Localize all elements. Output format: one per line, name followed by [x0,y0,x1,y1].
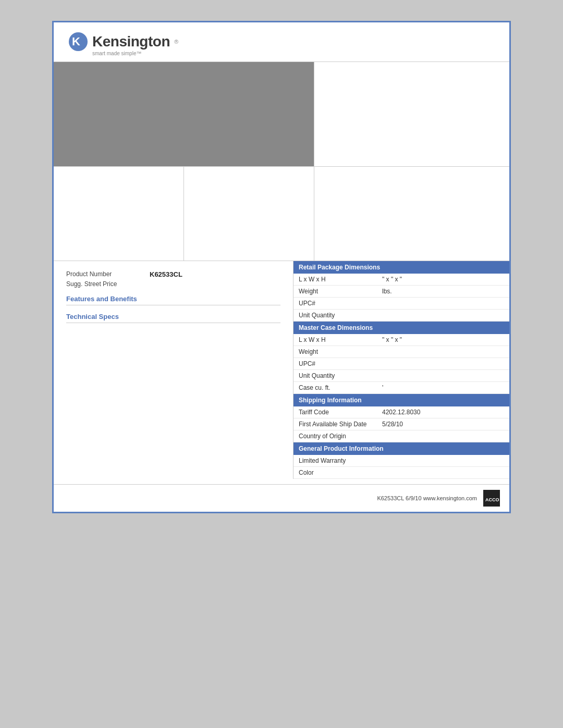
sub-image-middle [184,167,314,261]
master-cuft-label: Case cu. ft. [299,384,382,391]
retail-lxwxh-row: L x W x H " x " x " [293,274,509,286]
image-section [54,62,509,167]
product-number-label: Product Number [66,270,150,278]
kensington-icon: K [68,32,88,52]
logo-name: Kensington [92,33,170,50]
main-content: Product Number K62533CL Sugg. Street Pri… [54,261,509,479]
tariff-row: Tariff Code 4202.12.8030 [293,406,509,418]
retail-unit-qty-label: Unit Quantity [299,312,382,319]
master-weight-label: Weight [299,348,382,355]
master-cuft-value: ' [382,384,383,391]
retail-unit-qty-row: Unit Quantity [293,310,509,322]
tariff-label: Tariff Code [299,409,382,416]
svg-text:ACCO: ACCO [485,497,499,502]
retail-weight-row: Weight lbs. [293,286,509,298]
header: K Kensington ® smart made simple™ [54,22,509,62]
coo-label: Country of Origin [299,433,382,440]
warranty-label: Limited Warranty [299,457,382,464]
svg-text:K: K [72,35,80,48]
sub-image-left [54,167,184,261]
master-cuft-row: Case cu. ft. ' [293,382,509,394]
page-container: K Kensington ® smart made simple™ Produc… [52,21,511,513]
technical-specs-heading: Technical Specs [66,313,280,323]
product-number-row: Product Number K62533CL [66,270,280,278]
warranty-row: Limited Warranty [293,455,509,467]
master-lxwxh-label: L x W x H [299,336,382,343]
master-case-heading: Master Case Dimensions [293,322,509,334]
retail-weight-value: lbs. [382,288,392,295]
coo-row: Country of Origin [293,430,509,442]
logo-tagline: smart made simple™ [92,51,495,56]
retail-lxwxh-value: " x " x " [382,276,402,283]
master-unit-qty-label: Unit Quantity [299,372,382,379]
sub-image-section [54,167,509,261]
sugg-price-row: Sugg. Street Price [66,280,280,288]
master-unit-qty-row: Unit Quantity [293,370,509,382]
fasd-value: 5/28/10 [382,421,403,428]
right-panel: Retail Package Dimensions L x W x H " x … [293,261,509,479]
master-upc-label: UPC# [299,360,382,367]
shipping-heading: Shipping Information [293,394,509,406]
master-lxwxh-row: L x W x H " x " x " [293,334,509,346]
color-row: Color [293,467,509,479]
logo-text: K Kensington ® [68,32,495,52]
retail-upc-row: UPC# [293,298,509,310]
footer-text: K62533CL 6/9/10 www.kensington.com [377,495,477,501]
sugg-price-label: Sugg. Street Price [66,280,150,288]
main-product-image [54,62,314,166]
retail-weight-label: Weight [299,288,382,295]
general-heading: General Product Information [293,442,509,455]
footer: K62533CL 6/9/10 www.kensington.com ACCO [54,484,509,512]
acco-logo-svg: ACCO [483,490,500,507]
retail-package-heading: Retail Package Dimensions [293,261,509,274]
fasd-row: First Available Ship Date 5/28/10 [293,418,509,430]
master-weight-row: Weight [293,346,509,358]
retail-lxwxh-label: L x W x H [299,276,382,283]
fasd-label: First Available Ship Date [299,421,382,428]
acco-logo: ACCO [483,490,500,507]
features-heading: Features and Benefits [66,295,280,305]
left-panel: Product Number K62533CL Sugg. Street Pri… [54,261,293,479]
product-number-value: K62533CL [150,270,182,278]
master-upc-row: UPC# [293,358,509,370]
color-label: Color [299,469,382,476]
logo-area: K Kensington ® smart made simple™ [68,32,495,56]
retail-upc-label: UPC# [299,300,382,307]
master-lxwxh-value: " x " x " [382,336,402,343]
sub-image-right [314,167,509,261]
side-product-image [314,62,509,166]
tariff-value: 4202.12.8030 [382,409,420,416]
